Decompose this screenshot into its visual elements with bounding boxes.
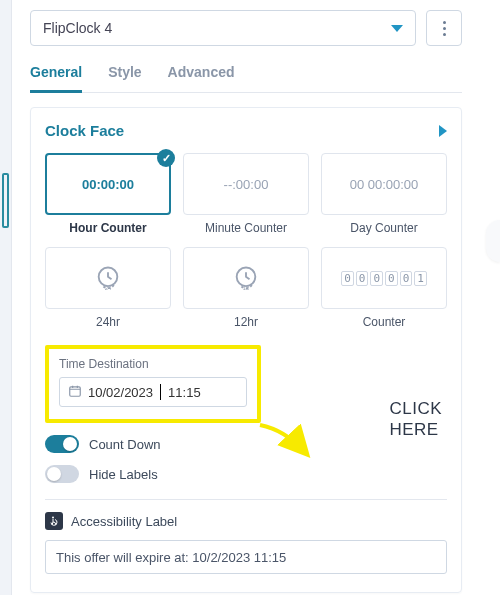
text-cursor	[160, 384, 161, 400]
widget-select-value: FlipClock 4	[43, 20, 112, 36]
tab-style[interactable]: Style	[108, 64, 141, 92]
option-preview: 00 00:00:00	[350, 177, 419, 192]
widget-select[interactable]: FlipClock 4	[30, 10, 416, 46]
option-24hr[interactable]: 24	[45, 247, 171, 309]
time-destination-label: Time Destination	[59, 357, 247, 371]
panel-collapse-handle[interactable]	[486, 220, 500, 262]
option-label: Hour Counter	[45, 221, 171, 235]
hide-labels-label: Hide Labels	[89, 467, 158, 482]
count-down-label: Count Down	[89, 437, 161, 452]
settings-panel: FlipClock 4 General Style Advanced Clock…	[12, 0, 480, 595]
accessibility-icon	[45, 512, 63, 530]
chevron-down-icon	[391, 25, 403, 32]
option-counter[interactable]: 0 0 0 0 0 1	[321, 247, 447, 309]
clock-12-icon: 12	[232, 264, 260, 292]
accessibility-label-text: Accessibility Label	[71, 514, 177, 529]
option-label: Counter	[321, 315, 447, 329]
option-day-counter[interactable]: 00 00:00:00	[321, 153, 447, 215]
hide-labels-toggle[interactable]	[45, 465, 79, 483]
counter-digits-preview: 0 0 0 0 0 1	[341, 271, 427, 286]
option-preview: 00:00:00	[82, 177, 134, 192]
date-value-before: 10/02/2023	[88, 385, 153, 400]
right-rail	[480, 0, 500, 595]
clock-24-icon: 24	[94, 264, 122, 292]
clock-face-grid: ✓ 00:00:00 Hour Counter --:00:00 Minute …	[45, 153, 447, 329]
section-header[interactable]: Clock Face	[45, 122, 447, 139]
date-value-after: 11:15	[168, 385, 201, 400]
option-label: 24hr	[45, 315, 171, 329]
calendar-icon	[68, 384, 82, 401]
divider	[45, 499, 447, 500]
option-label: Day Counter	[321, 221, 447, 235]
option-label: Minute Counter	[183, 221, 309, 235]
time-destination-highlight: Time Destination 10/02/202311:15	[45, 345, 261, 423]
time-destination-input[interactable]: 10/02/202311:15	[59, 377, 247, 407]
more-options-button[interactable]	[426, 10, 462, 46]
option-label: 12hr	[183, 315, 309, 329]
annotation-text: CLICK HERE	[389, 398, 442, 441]
tab-advanced[interactable]: Advanced	[168, 64, 235, 92]
count-down-toggle[interactable]	[45, 435, 79, 453]
chevron-right-icon	[439, 125, 447, 137]
svg-text:24: 24	[105, 285, 112, 291]
svg-text:12: 12	[243, 285, 249, 291]
left-rail	[0, 0, 12, 595]
check-icon: ✓	[157, 149, 175, 167]
left-rail-selection	[2, 173, 9, 228]
dots-vertical-icon	[443, 21, 446, 24]
section-title: Clock Face	[45, 122, 124, 139]
option-preview: --:00:00	[224, 177, 269, 192]
tabs: General Style Advanced	[30, 64, 462, 93]
option-hour-counter[interactable]: ✓ 00:00:00	[45, 153, 171, 215]
option-minute-counter[interactable]: --:00:00	[183, 153, 309, 215]
clock-face-section: Clock Face ✓ 00:00:00 Hour Counter --:00…	[30, 107, 462, 593]
option-12hr[interactable]: 12	[183, 247, 309, 309]
tab-general[interactable]: General	[30, 64, 82, 93]
svg-point-5	[52, 517, 54, 519]
accessibility-input[interactable]	[45, 540, 447, 574]
svg-rect-4	[70, 386, 81, 395]
